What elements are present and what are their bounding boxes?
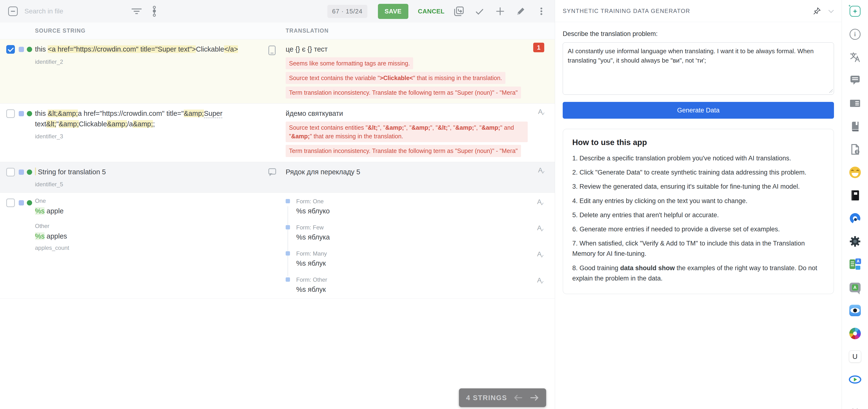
chat-translate-app-button[interactable]: A xyxy=(848,281,862,294)
dictionary-app-button[interactable] xyxy=(848,189,862,202)
row-checkbox-checked[interactable] xyxy=(6,45,15,54)
string-row-identifier-2[interactable]: this <a href="https://crowdin.com" title… xyxy=(0,39,555,104)
form-translation: %s яблук xyxy=(296,286,532,293)
plural-source-value: %s apples xyxy=(35,232,69,240)
copy-source-button[interactable] xyxy=(453,5,465,18)
spellcheck-icon[interactable]: A✓ xyxy=(538,108,545,117)
glossary-book-button[interactable] xyxy=(848,120,862,133)
plural-form-item[interactable]: Form: Many %s яблук A✓ xyxy=(296,250,532,267)
prev-page-button[interactable] xyxy=(514,394,523,401)
string-row-identifier-5[interactable]: String for translation 5 identifier_5 Ря… xyxy=(0,162,555,193)
howto-step: 2. Click "Generate Data" to create synth… xyxy=(572,167,825,178)
smiley-icon xyxy=(849,167,861,178)
string-info-button[interactable]: i xyxy=(848,28,862,41)
row-checkbox[interactable] xyxy=(6,168,15,176)
branch-dots-icon xyxy=(149,5,160,17)
chevron-down-icon xyxy=(852,406,858,409)
string-identifier: identifier_2 xyxy=(35,58,256,65)
plural-source-block: One %s apple Other %s apples apples_coun… xyxy=(35,198,69,251)
translate-puzzle-app-button[interactable]: A xyxy=(848,258,862,271)
save-button[interactable]: SAVE xyxy=(378,4,408,19)
translation-cell[interactable]: це {} є {} тест Seems like some formatti… xyxy=(286,39,555,103)
machine-translation-button[interactable] xyxy=(848,51,862,64)
source-string-text: String for translation 5 xyxy=(35,167,106,177)
problem-textarea[interactable]: AI constantly use informal language when… xyxy=(563,42,834,95)
next-page-button[interactable] xyxy=(530,394,539,401)
form-label: Form: Few xyxy=(296,224,532,231)
u-letter-icon: U xyxy=(849,351,861,362)
selection-marker xyxy=(35,168,36,175)
plural-form-item[interactable]: Form: Other %s яблук A✓ xyxy=(296,276,532,293)
source-cell: String for translation 5 identifier_5 xyxy=(0,162,264,193)
source-string-text: this &lt;&amp;a href="https://crowdin.co… xyxy=(35,108,251,129)
collapse-sidebar-icon[interactable] xyxy=(8,6,18,16)
form-translation: %s яблука xyxy=(296,233,532,241)
translation-cell: Form: One %s яблуко A✓ Form: Few %s яблу… xyxy=(286,193,555,298)
howto-step: 3. Review the generated data, ensuring i… xyxy=(572,181,825,192)
row-checkbox[interactable] xyxy=(6,199,15,207)
translation-column-header: TRANSLATION xyxy=(286,28,555,34)
more-menu-button[interactable] xyxy=(535,5,548,18)
string-row-apples-count[interactable]: One %s apple Other %s apples apples_coun… xyxy=(0,193,555,298)
u-app-button[interactable]: U xyxy=(848,350,862,363)
plural-form-item[interactable]: Form: Few %s яблука A✓ xyxy=(296,224,532,241)
form-status-square xyxy=(286,277,290,282)
emoji-app-button[interactable] xyxy=(848,166,862,179)
approval-status-square xyxy=(19,200,24,205)
chevron-down-icon xyxy=(829,7,834,13)
spellcheck-icon[interactable]: A✓ xyxy=(537,250,544,259)
strings-count-label: 4 STRINGS xyxy=(466,394,507,402)
row-actions xyxy=(264,104,286,162)
comments-button[interactable] xyxy=(848,74,862,87)
color-wheel-app-button[interactable] xyxy=(848,327,862,340)
filter-button[interactable] xyxy=(130,5,143,18)
qa-error-message: Source text contains entities "&lt;", "&… xyxy=(286,121,528,142)
comment-icon[interactable] xyxy=(269,168,276,175)
more-apps-button[interactable] xyxy=(848,402,862,409)
translation-cell[interactable]: йдемо святкувати Source text contains en… xyxy=(286,104,555,162)
approval-status-square xyxy=(19,170,24,175)
add-string-button[interactable] xyxy=(494,5,506,18)
spellcheck-icon[interactable]: A✓ xyxy=(537,198,544,207)
panel-title: SYNTHETIC TRAINING DATA GENERATOR xyxy=(563,8,690,14)
document-info-button[interactable] xyxy=(848,143,862,156)
pin-panel-button[interactable] xyxy=(813,7,821,15)
issue-count-badge[interactable]: 1 xyxy=(533,43,544,52)
spellcheck-icon[interactable]: A✓ xyxy=(538,166,545,175)
comment-icon xyxy=(849,75,861,86)
string-options-button[interactable] xyxy=(148,5,161,18)
cancel-button[interactable]: CANCEL xyxy=(418,8,444,15)
spellcheck-icon[interactable]: A✓ xyxy=(537,276,544,285)
collapse-panel-button[interactable] xyxy=(828,10,834,12)
approval-status-square xyxy=(19,111,24,116)
translated-status-dot xyxy=(27,47,32,52)
generate-data-button[interactable]: Generate Data xyxy=(563,102,834,119)
gear-icon xyxy=(849,235,861,247)
translation-cell[interactable]: Рядок для перекладу 5 A✓ xyxy=(286,162,555,193)
spellcheck-icon[interactable]: A✓ xyxy=(537,224,544,233)
ai-generator-app-button[interactable] xyxy=(848,5,862,18)
translation-text: це {} є {} тест xyxy=(286,44,532,55)
side-panel-button[interactable] xyxy=(848,97,862,110)
approve-button[interactable] xyxy=(473,5,486,18)
arrow-right-icon xyxy=(530,394,539,401)
string-row-identifier-3[interactable]: this &lt;&amp;a href="https://crowdin.co… xyxy=(0,104,555,162)
qa-error-message: Term translation inconsistency. Translat… xyxy=(286,87,521,98)
row-checkbox[interactable] xyxy=(6,109,15,118)
approval-status-square xyxy=(19,47,24,52)
translated-status-dot xyxy=(27,200,32,205)
arc-app-button[interactable] xyxy=(848,212,862,225)
string-identifier: identifier_3 xyxy=(35,133,256,140)
resize-grip-icon[interactable] xyxy=(829,89,833,93)
search-input[interactable] xyxy=(25,7,125,15)
panel-header: SYNTHETIC TRAINING DATA GENERATOR xyxy=(555,0,842,22)
placeholder-device-icon[interactable] xyxy=(269,46,276,55)
edit-button[interactable] xyxy=(515,5,527,18)
plural-form-item[interactable]: Form: One %s яблуко A✓ xyxy=(296,198,532,215)
document-info-icon xyxy=(849,144,861,155)
preview-eye-app-button[interactable] xyxy=(848,304,862,317)
form-status-square xyxy=(286,225,290,229)
settings-app-button[interactable] xyxy=(848,235,862,248)
video-preview-app-button[interactable] xyxy=(848,373,862,386)
translate-icon xyxy=(849,52,861,63)
